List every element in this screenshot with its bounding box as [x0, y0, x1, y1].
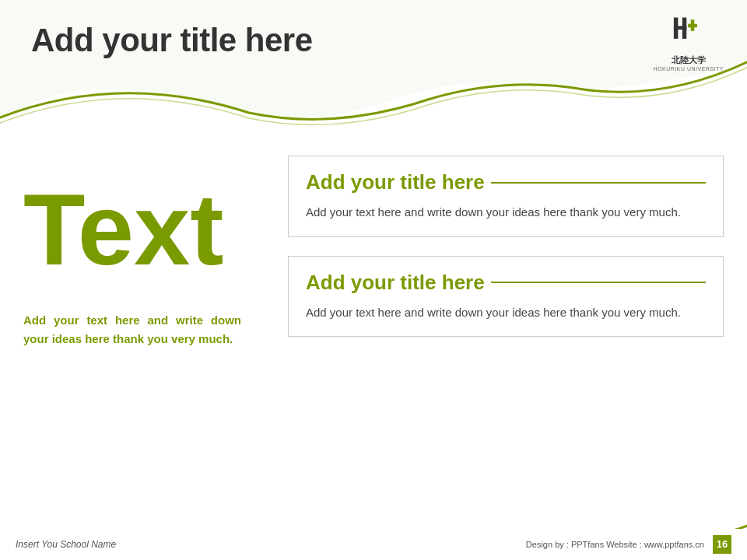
university-name: 北陸大学 HOKURIKU UNIVERSITY: [654, 54, 724, 72]
svg-rect-4: [688, 24, 697, 28]
footer-school-name: Insert You School Name: [16, 539, 116, 550]
big-text-word: Text: [23, 179, 224, 280]
card-1-title-text: Add your title here: [306, 170, 485, 194]
top-decoration: [0, 0, 747, 140]
card-2: Add your title here Add your text here a…: [288, 256, 724, 338]
page-number: 16: [713, 535, 731, 554]
card-2-title-line: [491, 282, 706, 283]
svg-rect-2: [682, 18, 686, 39]
footer-credits: Design by : PPTfans Website : www.pptfan…: [526, 535, 731, 554]
main-title: Add your title here: [31, 22, 313, 59]
card-2-title-row: Add your title here: [306, 271, 706, 295]
left-body-text: Add your text here and write down your i…: [23, 311, 241, 348]
university-logo-icon: [669, 14, 708, 53]
slide: Add your title here 北陸大学 HOKURIKU UNIVER…: [0, 0, 747, 560]
card-1: Add your title here Add your text here a…: [288, 156, 724, 237]
card-1-title-row: Add your title here: [306, 170, 706, 194]
card-1-body: Add your text here and write down your i…: [306, 202, 706, 222]
logo-area: 北陸大学 HOKURIKU UNIVERSITY: [654, 14, 724, 72]
card-2-body: Add your text here and write down your i…: [306, 303, 706, 323]
card-1-title-line: [491, 182, 706, 184]
footer: Insert You School Name Design by : PPTfa…: [0, 529, 747, 560]
right-section: Add your title here Add your text here a…: [288, 156, 724, 355]
card-2-title-text: Add your title here: [306, 271, 485, 295]
